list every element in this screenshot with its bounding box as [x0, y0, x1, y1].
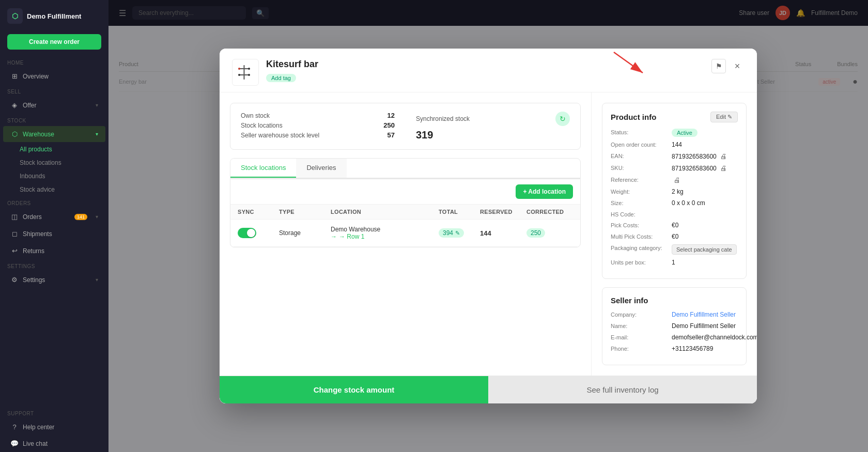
location-row-label: → Row 1	[339, 233, 364, 240]
sidebar-label-returns: Returns	[23, 247, 44, 255]
product-info-header-bar: Product info Edit ✎	[611, 112, 738, 122]
sync-label: Synchronized stock	[416, 115, 470, 122]
row-sync-toggle[interactable]	[238, 228, 279, 238]
total-edit-icon[interactable]: ✎	[455, 230, 460, 237]
sync-toggle[interactable]	[238, 228, 256, 238]
col-header-total: Total	[439, 209, 480, 215]
tab-stock-locations[interactable]: Stock locations	[230, 159, 296, 178]
packaging-category-select[interactable]: Select packaging cate	[672, 244, 737, 255]
product-info-section: Product info Edit ✎ Status: Active Open …	[602, 103, 747, 279]
product-name: Kitesurf bar	[266, 59, 711, 70]
svg-point-7	[238, 74, 240, 76]
add-tag-button[interactable]: Add tag	[266, 74, 296, 82]
seller-warehouse-label: Seller warehouse stock level	[241, 132, 319, 139]
sku-print-icon[interactable]: 🖨	[720, 164, 727, 172]
sidebar-section-sell: Sell	[0, 85, 109, 97]
reference-print-icon[interactable]: 🖨	[674, 176, 680, 184]
company-value[interactable]: Demo Fulfillment Seller	[672, 311, 738, 318]
own-stock-section: Own stock 12 Stock locations 250 Seller …	[241, 112, 395, 141]
row-corrected: 250	[526, 229, 573, 237]
info-packaging-row: Packaging category: Select packaging cat…	[611, 244, 738, 255]
tabs-container: Stock locations Deliveries	[230, 158, 581, 179]
sidebar-item-orders[interactable]: ◫ Orders 141 ▾	[3, 209, 105, 225]
sidebar: ⬡ Demo Fulfillment Create new order Home…	[0, 0, 109, 452]
app-logo: ⬡ Demo Fulfillment	[0, 0, 109, 32]
sidebar-item-inbounds[interactable]: Inbounds	[0, 169, 109, 183]
sidebar-item-all-products[interactable]: All products	[0, 143, 109, 156]
sidebar-item-warehouse[interactable]: ⬡ Warehouse ▾	[3, 126, 105, 142]
inventory-log-button[interactable]: See full inventory log	[488, 376, 757, 403]
svg-rect-2	[243, 65, 245, 80]
seller-info-title: Seller info	[611, 296, 648, 305]
company-label: Company:	[611, 311, 668, 318]
orders-icon: ◫	[10, 213, 19, 221]
change-stock-button[interactable]: Change stock amount	[220, 376, 488, 403]
create-order-button[interactable]: Create new order	[7, 34, 101, 50]
info-status-row: Status: Active	[611, 129, 738, 137]
modal-overlay[interactable]: Kitesurf bar Add tag ⚑ × Own stock	[109, 0, 868, 452]
stock-locations-row: Stock locations 250	[241, 121, 395, 129]
sidebar-section-orders: Orders	[0, 196, 109, 208]
svg-point-5	[238, 68, 240, 70]
sidebar-item-offer[interactable]: ◈ Offer ▾	[3, 97, 105, 113]
seller-name-value: Demo Fulfillment Seller	[672, 322, 738, 330]
seller-name-label: Name:	[611, 322, 668, 329]
sync-label-row: Synchronized stock ↻	[416, 112, 570, 126]
close-button[interactable]: ×	[730, 59, 745, 73]
pick-costs-value: €0	[672, 222, 738, 229]
sidebar-item-shipments[interactable]: ◻ Shipments	[3, 226, 105, 242]
sidebar-item-returns[interactable]: ↩ Returns	[3, 243, 105, 259]
info-hs-code-row: HS Code:	[611, 211, 738, 217]
location-warehouse-name: Demo Warehouse	[331, 226, 439, 233]
table-row: Storage Demo Warehouse → → Row 1 3	[230, 220, 580, 247]
own-stock-label: Own stock	[241, 112, 270, 119]
row-type: Storage	[279, 229, 331, 237]
total-badge: 394 ✎	[439, 228, 464, 238]
size-label: Size:	[611, 199, 668, 206]
total-value: 394	[443, 229, 453, 237]
status-label: Status:	[611, 129, 668, 135]
add-location-button[interactable]: + Add location	[516, 184, 573, 199]
svg-point-6	[248, 68, 250, 70]
shipments-icon: ◻	[10, 230, 19, 238]
row-location: Demo Warehouse → → Row 1	[331, 226, 439, 240]
tab-deliveries[interactable]: Deliveries	[296, 159, 346, 178]
col-header-sync: Sync	[238, 209, 279, 215]
info-multi-pick-row: Multi Pick Costs: €0	[611, 233, 738, 240]
stock-locations-label: Stock locations	[241, 122, 283, 129]
email-label: E-mail:	[611, 334, 668, 340]
size-value: 0 x 0 x 0 cm	[672, 199, 738, 207]
edit-product-button[interactable]: Edit ✎	[710, 112, 738, 122]
sync-refresh-button[interactable]: ↻	[555, 112, 570, 126]
flag-button[interactable]: ⚑	[711, 59, 726, 73]
open-order-value: 144	[672, 141, 738, 148]
product-info-header: Kitesurf bar Add tag	[266, 59, 711, 82]
sku-label: SKU:	[611, 164, 668, 171]
sidebar-item-stock-locations[interactable]: Stock locations	[0, 156, 109, 169]
units-value: 1	[672, 259, 738, 266]
sync-value: 319	[416, 129, 570, 141]
info-open-order-row: Open order count: 144	[611, 141, 738, 148]
main-content: ☰ 🔍 Share user JD 🔔 Fulfillment Demo Pro…	[109, 0, 868, 452]
svg-rect-3	[239, 68, 249, 69]
own-stock-row: Own stock 12	[241, 112, 395, 119]
tabs: Stock locations Deliveries	[230, 159, 580, 178]
sidebar-item-livechat[interactable]: 💬 Live chat	[3, 435, 105, 451]
sidebar-item-settings[interactable]: ⚙ Settings ▾	[3, 272, 105, 288]
location-row-link[interactable]: → → Row 1	[331, 233, 439, 240]
sidebar-label-settings: Settings	[23, 276, 45, 284]
sidebar-item-overview[interactable]: ⊞ Overview	[3, 68, 105, 84]
units-label: Units per box:	[611, 259, 668, 266]
settings-icon: ⚙	[10, 276, 19, 284]
sidebar-section-settings: Settings	[0, 259, 109, 271]
sidebar-label-livechat: Live chat	[23, 440, 48, 447]
sidebar-item-stock-advice[interactable]: Stock advice	[0, 183, 109, 196]
info-phone-row: Phone: +31123456789	[611, 345, 738, 352]
info-weight-row: Weight: 2 kg	[611, 188, 738, 195]
sidebar-item-help[interactable]: ? Help center	[3, 419, 105, 435]
synchronized-stock-section: Synchronized stock ↻ 319	[416, 112, 570, 141]
returns-icon: ↩	[10, 247, 19, 255]
logo-icon: ⬡	[7, 8, 23, 24]
modal-footer: Change stock amount See full inventory l…	[220, 376, 757, 403]
ean-print-icon[interactable]: 🖨	[720, 152, 727, 160]
